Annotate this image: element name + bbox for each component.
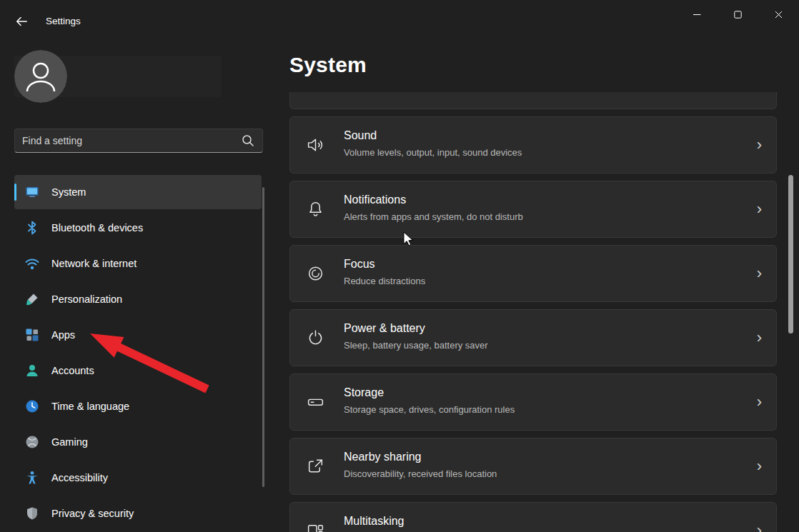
sidebar-item-privacy-security[interactable]: Privacy & security xyxy=(14,496,262,531)
card-power-battery[interactable]: Power & battery Sleep, battery usage, ba… xyxy=(289,309,777,366)
sidebar-nav: System Bluetooth & devices Network & int… xyxy=(14,175,262,532)
sidebar-item-label: Gaming xyxy=(51,436,88,448)
card-sound[interactable]: Sound Volume levels, output, input, soun… xyxy=(289,116,777,174)
maximize-icon xyxy=(734,11,742,19)
card-title: Power & battery xyxy=(344,322,425,335)
card-subtitle: Storage space, drives, configuration rul… xyxy=(344,404,515,415)
card-storage[interactable]: Storage Storage space, drives, configura… xyxy=(289,373,777,431)
sidebar-item-system[interactable]: System xyxy=(14,175,262,209)
default-avatar-icon xyxy=(14,50,67,103)
sidebar-item-network-internet[interactable]: Network & internet xyxy=(14,246,262,281)
speaker-icon xyxy=(306,136,325,155)
chevron-right-icon: › xyxy=(757,394,762,410)
sidebar-item-accessibility[interactable]: Accessibility xyxy=(14,461,262,495)
back-arrow-icon xyxy=(15,15,28,28)
chevron-right-icon: › xyxy=(757,137,762,153)
card-nearby-sharing[interactable]: Nearby sharing Discoverability, received… xyxy=(289,438,777,495)
card-subtitle: Sleep, battery usage, battery saver xyxy=(344,340,488,351)
card-title: Focus xyxy=(344,258,375,271)
accessibility-person-icon xyxy=(24,470,40,486)
sidebar-item-label: Accessibility xyxy=(51,472,108,483)
bell-icon xyxy=(306,200,325,219)
xbox-sphere-icon xyxy=(24,434,40,450)
multitask-windows-icon xyxy=(306,521,325,532)
search-box[interactable] xyxy=(14,129,263,153)
card-subtitle: Alerts from apps and system, do not dist… xyxy=(344,211,523,222)
sidebar-item-label: Accounts xyxy=(51,365,94,376)
search-input[interactable] xyxy=(15,135,241,146)
paintbrush-icon xyxy=(24,291,40,307)
clock-icon xyxy=(24,398,40,414)
sidebar-item-label: Personalization xyxy=(51,293,122,305)
sidebar-item-time-language[interactable]: Time & language xyxy=(14,389,262,423)
sidebar-scrollbar[interactable] xyxy=(262,187,264,487)
search-icon[interactable] xyxy=(241,134,255,148)
sidebar-item-label: Privacy & security xyxy=(51,508,134,519)
chevron-right-icon: › xyxy=(757,458,762,474)
chevron-right-icon: › xyxy=(757,266,762,281)
close-icon xyxy=(775,11,783,19)
sidebar-item-bluetooth-devices[interactable]: Bluetooth & devices xyxy=(14,211,262,245)
close-button[interactable] xyxy=(758,0,799,29)
shield-icon xyxy=(24,506,40,521)
minimize-icon xyxy=(693,11,701,19)
sidebar-item-apps[interactable]: Apps xyxy=(14,318,262,352)
card-title: Notifications xyxy=(344,194,406,206)
chevron-right-icon: › xyxy=(757,523,762,532)
focus-circle-icon xyxy=(306,264,325,283)
card-title: Sound xyxy=(344,129,377,142)
back-button[interactable] xyxy=(10,11,33,31)
card-subtitle: Discoverability, received files location xyxy=(344,468,497,479)
sidebar-item-personalization[interactable]: Personalization xyxy=(14,282,262,316)
card-clipped-top[interactable] xyxy=(289,92,777,109)
share-out-icon xyxy=(306,457,325,476)
card-subtitle: Volume levels, output, input, sound devi… xyxy=(344,147,522,158)
card-subtitle: Reduce distractions xyxy=(344,276,425,286)
apps-grid-icon xyxy=(24,327,40,343)
titlebar: Settings xyxy=(0,0,799,34)
sidebar-item-gaming[interactable]: Gaming xyxy=(14,425,262,459)
settings-window: Settings xyxy=(0,0,799,532)
window-controls xyxy=(677,0,799,29)
chevron-right-icon: › xyxy=(757,330,762,346)
card-title: Multitasking xyxy=(344,515,404,528)
person-icon xyxy=(24,363,40,378)
card-multitasking[interactable]: Multitasking › xyxy=(289,502,777,532)
sidebar-item-label: Time & language xyxy=(51,401,129,412)
card-title: Nearby sharing xyxy=(344,451,422,463)
sidebar-item-label: Apps xyxy=(51,329,75,341)
main-scrollbar[interactable] xyxy=(788,175,793,333)
selected-indicator xyxy=(14,184,16,201)
monitor-icon xyxy=(24,184,40,200)
minimize-button[interactable] xyxy=(677,0,718,29)
page-title: System xyxy=(289,53,367,77)
card-title: Storage xyxy=(344,386,384,399)
chevron-right-icon: › xyxy=(757,201,762,217)
card-notifications[interactable]: Notifications Alerts from apps and syste… xyxy=(289,181,777,238)
sidebar-item-label: Network & internet xyxy=(51,258,137,269)
sidebar-item-label: System xyxy=(51,186,86,198)
bluetooth-icon xyxy=(24,220,40,236)
storage-drive-icon xyxy=(306,393,325,412)
sidebar-item-label: Bluetooth & devices xyxy=(51,222,143,234)
avatar[interactable] xyxy=(14,50,67,103)
power-icon xyxy=(306,328,325,348)
window-title: Settings xyxy=(46,16,81,26)
wifi-icon xyxy=(24,256,40,271)
card-focus[interactable]: Focus Reduce distractions › xyxy=(289,245,777,302)
sidebar-item-accounts[interactable]: Accounts xyxy=(14,353,262,388)
maximize-button[interactable] xyxy=(718,0,758,29)
